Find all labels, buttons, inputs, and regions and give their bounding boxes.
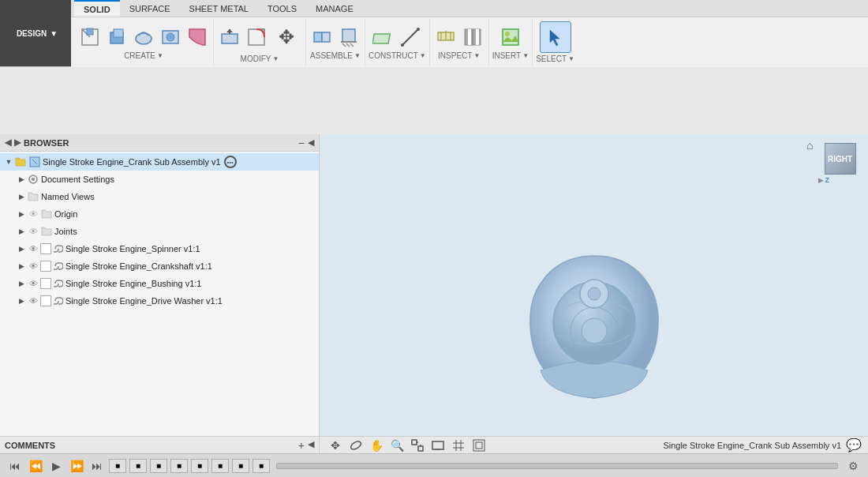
playback-start-icon[interactable]: ⏮ [6, 457, 24, 475]
bottom-orbit-icon[interactable] [346, 438, 365, 453]
create-fillet-icon[interactable] [185, 24, 210, 50]
crankshaft-eye-icon[interactable]: 👁 [27, 260, 39, 272]
bottom-zoom-icon[interactable]: 🔍 [387, 438, 406, 453]
construct-label[interactable]: CONSTRUCT ▼ [369, 51, 426, 60]
root-options-icon[interactable]: ••• [224, 156, 237, 168]
timeline-btn-4[interactable]: ■ [170, 459, 188, 473]
expand-bushing[interactable]: ▶ [16, 278, 27, 289]
design-button[interactable]: DESIGN ▼ [0, 0, 71, 66]
origin-eye-icon[interactable]: 👁 [27, 208, 39, 220]
create-hole-icon[interactable] [158, 24, 183, 50]
expand-docsettings[interactable]: ▶ [16, 174, 27, 185]
insert-arrow: ▼ [522, 52, 529, 59]
expand-spinner[interactable]: ▶ [16, 243, 27, 254]
playback-play-icon[interactable]: ▶ [47, 457, 65, 475]
modify-fillet-icon[interactable] [244, 24, 269, 50]
playback-prev-icon[interactable]: ⏪ [27, 457, 44, 475]
bottom-move-icon[interactable]: ✥ [326, 438, 345, 453]
docsettings-icon [27, 173, 39, 186]
construct-axis-icon[interactable] [398, 24, 423, 50]
svg-rect-46 [432, 441, 443, 449]
comments-add-icon[interactable]: + [298, 439, 305, 452]
timeline-btn-3[interactable]: ■ [150, 459, 167, 473]
browser-collapse-icon[interactable]: ◀ [308, 137, 314, 148]
tree-item-spinner[interactable]: ▶ 👁 Single Stroke Engine_Spinner v1:1 [0, 240, 319, 257]
tree-item-joints[interactable]: ▶ 👁 Joints [0, 223, 319, 240]
select-cursor-icon[interactable] [540, 21, 571, 53]
viewcube-right-face[interactable]: RIGHT [825, 143, 856, 175]
inspect-zebra-icon[interactable] [460, 24, 485, 50]
tree-item-crankshaft[interactable]: ▶ 👁 Single Stroke Engine_Crankshaft v1:1 [0, 257, 319, 275]
svg-rect-4 [114, 29, 123, 37]
spinner-checkbox[interactable] [40, 243, 51, 254]
expand-drivewasher[interactable]: ▶ [16, 295, 27, 306]
modify-label[interactable]: MODIFY ▼ [241, 54, 279, 63]
timeline-settings-icon[interactable]: ⚙ [844, 457, 862, 475]
timeline-btn-7[interactable]: ■ [232, 459, 249, 473]
viewcube-home-button[interactable]: ⌂ [806, 139, 813, 152]
insert-label[interactable]: INSERT ▼ [492, 51, 529, 60]
timeline-btn-8[interactable]: ■ [253, 459, 270, 473]
insert-image-icon[interactable] [498, 24, 523, 50]
tree-root-item[interactable]: ▼ Single Stroke Engine_Crank Sub Assembl… [0, 153, 319, 171]
inspect-label[interactable]: INSPECT ▼ [438, 51, 480, 60]
bottom-more-icon[interactable] [470, 438, 488, 453]
assemble-ground-icon[interactable] [336, 24, 361, 50]
bottom-pan-icon[interactable]: ✋ [367, 438, 386, 453]
tree-item-bushing[interactable]: ▶ 👁 Single Stroke Engine_Bushing v1:1 [0, 275, 319, 292]
svg-rect-52 [473, 440, 485, 451]
tree-item-docsettings[interactable]: ▶ Document Settings [0, 171, 319, 188]
modify-move-icon[interactable]: ✥ [271, 21, 302, 53]
tab-sheetmetal[interactable]: SHEET METAL [180, 0, 258, 17]
expand-joints[interactable]: ▶ [16, 226, 27, 237]
inspect-measure-icon[interactable] [433, 24, 458, 50]
bottom-grid-icon[interactable] [449, 438, 468, 453]
tree-item-namedviews[interactable]: ▶ Named Views [0, 188, 319, 205]
assemble-joint-icon[interactable] [309, 24, 335, 50]
modify-press-pull-icon[interactable] [217, 24, 242, 50]
tab-manage[interactable]: MANAGE [306, 0, 363, 17]
assemble-label[interactable]: ASSEMBLE ▼ [310, 51, 361, 60]
canvas-area[interactable]: ⌂ RIGHT ▶ Z [320, 134, 868, 477]
spinner-eye-icon[interactable]: 👁 [27, 242, 39, 255]
timeline-btn-5[interactable]: ■ [191, 459, 208, 473]
viewcube-box[interactable]: RIGHT ▶ Z [818, 143, 862, 186]
select-label[interactable]: SELECT ▼ [536, 54, 574, 63]
svg-line-15 [342, 43, 346, 47]
bushing-checkbox[interactable] [40, 278, 51, 289]
drivewasher-eye-icon[interactable]: 👁 [27, 295, 39, 307]
playback-next-icon[interactable]: ⏩ [68, 457, 85, 475]
timeline-btn-1[interactable]: ■ [109, 459, 126, 473]
expand-origin[interactable]: ▶ [16, 208, 27, 220]
create-label[interactable]: CREATE ▼ [124, 51, 163, 60]
expand-crankshaft[interactable]: ▶ [16, 261, 27, 272]
expand-namedviews[interactable]: ▶ [16, 191, 27, 202]
bottom-fit-icon[interactable] [408, 438, 427, 453]
timeline-btn-2[interactable]: ■ [129, 459, 147, 473]
bushing-eye-icon[interactable]: 👁 [27, 277, 39, 290]
browser-minus-icon[interactable]: − [298, 137, 305, 149]
drivewasher-checkbox[interactable] [40, 295, 51, 306]
create-revolve-icon[interactable] [131, 24, 156, 50]
timeline-track[interactable] [276, 463, 838, 469]
status-chat-icon[interactable]: 💬 [846, 438, 862, 453]
tab-solid[interactable]: SOLID [74, 0, 120, 17]
tab-tools[interactable]: TOOLS [258, 0, 306, 17]
tree-expand-root[interactable]: ▼ [3, 156, 14, 167]
browser-nav-forward[interactable]: ▶ [14, 137, 21, 148]
timeline-btn-6[interactable]: ■ [211, 459, 229, 473]
comments-panel-collapse-icon[interactable]: ◀ [308, 439, 314, 452]
create-extrude-icon[interactable] [104, 24, 129, 50]
construct-plane-icon[interactable] [371, 24, 396, 50]
bottom-display-icon[interactable] [428, 438, 447, 453]
svg-rect-53 [476, 442, 482, 449]
browser-nav-back[interactable]: ◀ [5, 137, 11, 148]
crankshaft-checkbox[interactable] [40, 261, 51, 272]
tree-item-drivewasher[interactable]: ▶ 👁 Single Stroke Engine_Drive Washer v1… [0, 292, 319, 310]
create-new-icon[interactable] [77, 24, 103, 50]
svg-point-41 [350, 440, 362, 451]
joints-eye-icon[interactable]: 👁 [27, 225, 39, 238]
tree-item-origin[interactable]: ▶ 👁 Origin [0, 205, 319, 223]
tab-surface[interactable]: SURFACE [120, 0, 180, 17]
playback-end-icon[interactable]: ⏭ [88, 457, 106, 475]
